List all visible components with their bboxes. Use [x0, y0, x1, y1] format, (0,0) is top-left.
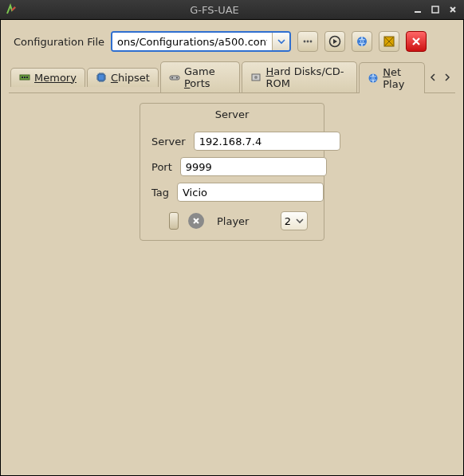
- svg-rect-9: [22, 77, 23, 78]
- maximize-button[interactable]: [429, 3, 442, 16]
- minimize-button[interactable]: [411, 3, 424, 16]
- tab-label: Net Play: [383, 66, 416, 90]
- server-group: Server Server Port Tag: [140, 103, 324, 241]
- tab-net-play[interactable]: Net Play: [359, 62, 425, 93]
- tab-content-net-play: Server Server Port Tag: [9, 93, 455, 467]
- tab-chipset[interactable]: Chipset: [87, 68, 159, 87]
- tag-input[interactable]: [177, 183, 324, 202]
- svg-rect-0: [415, 11, 421, 13]
- row-port: Port: [140, 154, 324, 179]
- delete-button[interactable]: [406, 31, 427, 52]
- browse-button[interactable]: [297, 31, 318, 52]
- svg-rect-13: [170, 76, 179, 80]
- svg-rect-1: [432, 6, 438, 13]
- player-select[interactable]: 2: [281, 211, 308, 230]
- app-icon: [5, 3, 18, 16]
- svg-point-14: [171, 77, 173, 79]
- titlebar: G-FS-UAE: [0, 0, 464, 19]
- svg-point-18: [369, 74, 378, 83]
- close-button[interactable]: [446, 3, 459, 16]
- svg-point-2: [304, 41, 306, 43]
- row-player: Player 2: [140, 205, 324, 230]
- config-toolbar: Configuration File: [9, 28, 455, 61]
- svg-point-15: [176, 77, 178, 79]
- cancel-button[interactable]: [188, 213, 204, 229]
- memory-icon: [19, 72, 30, 83]
- tools-button[interactable]: [379, 31, 399, 52]
- player-select-value: 2: [285, 215, 291, 227]
- tab-hard-disks[interactable]: Hard Disks/CD-ROM: [242, 61, 357, 92]
- tab-label: Hard Disks/CD-ROM: [265, 65, 348, 89]
- tag-label: Tag: [151, 187, 169, 199]
- server-input[interactable]: [194, 132, 340, 151]
- gamepad-icon: [169, 72, 180, 83]
- svg-point-6: [357, 37, 367, 46]
- player-label: Player: [217, 215, 249, 227]
- tab-scroll-right[interactable]: [441, 70, 454, 85]
- tab-label: Memory: [34, 72, 77, 84]
- config-file-combo[interactable]: [111, 31, 291, 52]
- tabs: Memory Chipset Game Ports Hard Disks/CD-…: [9, 61, 455, 93]
- svg-rect-11: [26, 77, 28, 78]
- row-server: Server: [140, 128, 324, 154]
- play-button[interactable]: [324, 31, 345, 52]
- server-label: Server: [151, 136, 186, 148]
- svg-point-4: [310, 41, 313, 43]
- window: G-FS-UAE Configuration File: [0, 0, 464, 476]
- port-input[interactable]: [180, 157, 327, 176]
- globe-button[interactable]: [352, 31, 372, 52]
- tab-scroll: [427, 70, 454, 85]
- tab-memory[interactable]: Memory: [10, 68, 85, 87]
- svg-rect-10: [24, 77, 26, 78]
- config-file-input[interactable]: [112, 33, 272, 50]
- disk-icon: [250, 72, 261, 83]
- group-title: Server: [140, 104, 324, 128]
- client-area: Configuration File: [0, 19, 464, 476]
- tab-label: Game Ports: [184, 65, 232, 89]
- tab-label: Chipset: [111, 72, 150, 84]
- config-file-label: Configuration File: [14, 36, 104, 48]
- slider-thumb[interactable]: [169, 212, 179, 230]
- window-title: G-FS-UAE: [22, 4, 407, 16]
- chevron-down-icon: [296, 217, 304, 225]
- globe-icon: [368, 73, 379, 84]
- svg-point-17: [254, 76, 258, 79]
- tab-game-ports[interactable]: Game Ports: [160, 61, 241, 92]
- port-label: Port: [151, 161, 172, 173]
- chip-icon: [96, 72, 107, 83]
- row-tag: Tag: [140, 179, 324, 205]
- svg-rect-12: [98, 74, 104, 81]
- tab-scroll-left[interactable]: [427, 70, 439, 85]
- svg-point-3: [307, 41, 309, 43]
- config-file-dropdown-button[interactable]: [272, 33, 289, 50]
